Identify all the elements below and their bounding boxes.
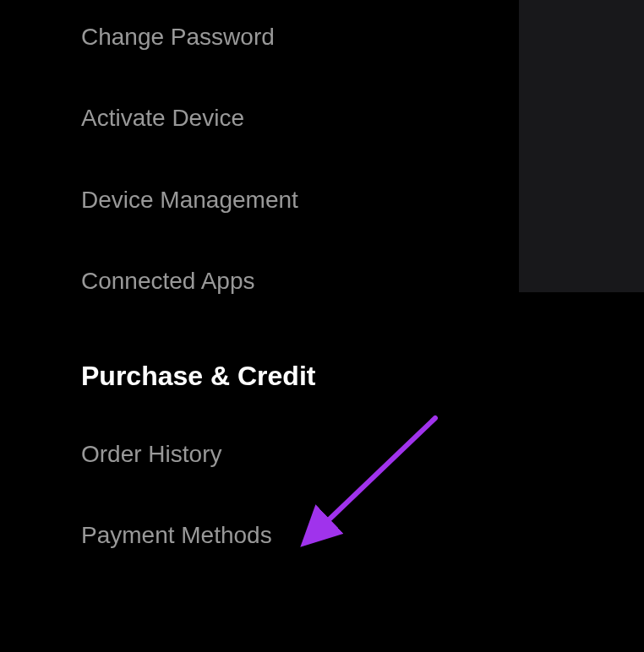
section-purchase-credit: Purchase & Credit [81, 360, 644, 392]
nav-payment-methods[interactable]: Payment Methods [81, 520, 644, 551]
nav-order-history[interactable]: Order History [81, 439, 644, 470]
side-panel [519, 0, 644, 292]
